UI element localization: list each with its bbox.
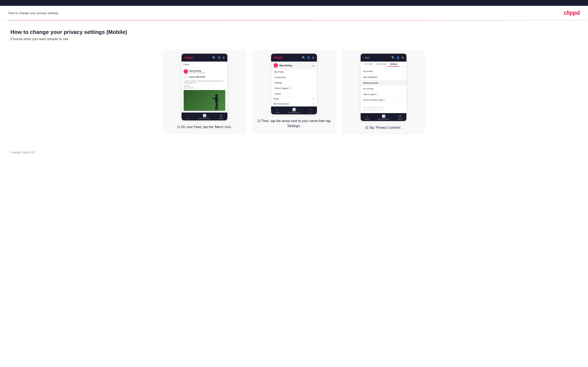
settings-service-privacy[interactable]: Service & Privacy Policy ↗: [361, 97, 406, 103]
menu-item-logout[interactable]: Logout: [271, 91, 317, 96]
golfer-silhouette: [211, 94, 221, 111]
menu-item-settings[interactable]: Settings: [271, 80, 317, 86]
tab-menu[interactable]: ☰ Menu: [219, 114, 223, 120]
header-title: How to change your privacy settings: [8, 11, 59, 15]
tab-close-label: Menu: [309, 112, 313, 114]
version-info: Clippd Client Version: 2022.8.3-3 GQL Se…: [361, 105, 406, 113]
step-3-card: < Back 🔍 👤 ⚙ My Profile Connections Sett…: [342, 50, 425, 134]
tab-performance-3[interactable]: 📊 My Performance: [378, 115, 390, 120]
tab-home-label-3: Home: [365, 118, 369, 120]
settings-icon-3: ⚙: [401, 56, 404, 59]
feed-image: [184, 90, 225, 111]
dropdown-chevron-up: ▲: [312, 64, 314, 67]
menu-item-connections[interactable]: Connections: [271, 75, 317, 80]
privacy-controls-label: Privacy Controls: [363, 82, 378, 84]
copyright: Copyright Clippd 2022: [10, 151, 35, 154]
step1-tab-bar: ⌂ Home 📊 My Performance ☰ Menu: [182, 112, 227, 120]
settings-icon: ⚙: [222, 56, 225, 59]
tab-performance[interactable]: 📊 My Performance: [199, 114, 211, 120]
footer: Copyright Clippd 2022: [0, 147, 588, 158]
tab-close[interactable]: ✕ Menu: [309, 108, 313, 114]
back-button[interactable]: < Back: [363, 57, 370, 59]
page-subheading: Choose what you want people to see: [10, 37, 578, 41]
settings-help-support[interactable]: Help & Support ↗: [361, 92, 406, 97]
step1-logo: clippd: [184, 56, 193, 59]
svg-point-0: [215, 94, 218, 97]
tab-performance-label: My Performance: [199, 118, 211, 120]
svg-rect-4: [217, 103, 218, 107]
step3-caption: 3) Tap 'Privacy Controls'.: [365, 125, 402, 130]
step-1-card: clippd 🔍 👤 ⚙ Feed Blair M: [163, 50, 246, 134]
feed-lesson: Lesson with Fordy: [184, 75, 225, 79]
my-golf-bag-chevron: ›: [403, 88, 404, 90]
tab-performance-label-3: My Performance: [378, 118, 390, 120]
user-icon-3: 👤: [397, 56, 400, 59]
dropdown-menu: Blair McHarg ▲ My Profile Connections Se…: [271, 62, 317, 107]
performance-icon: 📊: [203, 114, 206, 117]
menu-item-help[interactable]: Help & Support ↗: [271, 86, 317, 91]
search-icon-3: 🔍: [391, 56, 395, 59]
section-home[interactable]: Home ▼: [271, 96, 317, 101]
tab-home-2[interactable]: ⌂ Home: [275, 108, 280, 114]
settings-list: My Account › Data Integrations › Privacy…: [361, 67, 406, 105]
step-2-card: clippd 🔍 👤 ⚙ Blair McHarg ▲: [252, 50, 336, 134]
step-1-mockup: clippd 🔍 👤 ⚙ Feed Blair M: [182, 54, 227, 120]
my-account-label: My Account: [363, 70, 373, 72]
main-content: How to change your privacy settings (Mob…: [0, 21, 588, 143]
tab-home-3[interactable]: ⌂ Home: [365, 115, 369, 120]
svg-rect-5: [215, 107, 216, 110]
accent-divider: [8, 20, 580, 21]
step1-caption: 1) On your Feed, tap the 'Menu' icon.: [177, 125, 232, 130]
home-icon-2: ⌂: [277, 108, 278, 111]
svg-rect-6: [217, 107, 218, 110]
home-icon: ⌂: [187, 114, 189, 117]
steps-container: clippd 🔍 👤 ⚙ Feed Blair M: [10, 50, 578, 134]
menu-item-profile[interactable]: My Profile: [271, 69, 317, 75]
settings-privacy-controls[interactable]: Privacy Controls ›: [361, 80, 406, 86]
step2-nav-icons: 🔍 👤 ⚙: [302, 56, 314, 59]
dropdown-header: Blair McHarg ▲: [271, 62, 317, 69]
header: How to change your privacy settings clip…: [0, 6, 588, 20]
settings-data-integrations[interactable]: Data Integrations ›: [361, 74, 406, 80]
tab-menu-3[interactable]: ☰ Menu: [398, 115, 402, 120]
logo: clippd: [564, 9, 580, 16]
my-golf-bag-label: My Golf Bag: [363, 88, 373, 90]
svg-rect-3: [216, 102, 217, 107]
step3-tab-bar: ⌂ Home 📊 My Performance ☰ Menu: [361, 113, 406, 121]
duration-value: 01 hr : 30 min: [184, 87, 194, 89]
tab-performance-2[interactable]: 📊 My Performance: [288, 108, 300, 114]
step3-tab-nav: My Profile Connections Settings: [361, 62, 406, 67]
tab-home[interactable]: ⌂ Home: [186, 114, 190, 120]
settings-my-golf-bag[interactable]: My Golf Bag ›: [361, 86, 406, 92]
dropdown-avatar: [274, 63, 278, 68]
section-perf-chevron: ▼: [312, 103, 314, 105]
tab-connections[interactable]: Connections: [374, 62, 388, 67]
tab-menu-label-3: Menu: [398, 118, 402, 120]
feed-user-sub: Yesterday · Sunningdale: [190, 72, 205, 73]
service-privacy-label: Service & Privacy Policy ↗: [363, 99, 386, 101]
section-home-chevron: ▼: [312, 98, 314, 100]
tab-menu-label: Menu: [219, 118, 223, 120]
settings-icon-2: ⚙: [312, 56, 314, 59]
feed-user-row: Blair McHarg Yesterday · Sunningdale: [184, 69, 225, 74]
step2-tab-bar: ⌂ Home 📊 My Performance ✕ Menu: [271, 107, 317, 114]
step3-nav-icons: 🔍 👤 ⚙: [391, 56, 404, 59]
tab-myprofile[interactable]: My Profile: [363, 62, 374, 67]
section-performance[interactable]: My Performance ▼: [271, 101, 317, 107]
dropdown-user: Blair McHarg: [274, 63, 292, 68]
step2-caption: 2) Then, tap the arrow next to your name…: [257, 118, 331, 128]
my-account-chevron: ›: [403, 70, 404, 72]
tab-performance-label-2: My Performance: [288, 112, 300, 114]
search-icon: 🔍: [212, 56, 216, 59]
feed-post: Blair McHarg Yesterday · Sunningdale Les…: [182, 67, 227, 112]
lesson-icon: [184, 75, 187, 79]
performance-icon-2: 📊: [292, 108, 296, 111]
search-icon-2: 🔍: [302, 56, 305, 59]
dropdown-username: Blair McHarg: [279, 65, 292, 67]
tab-settings[interactable]: Settings: [388, 62, 399, 67]
step1-nav-icons: 🔍 👤 ⚙: [212, 56, 225, 59]
home-icon-3: ⌂: [366, 115, 368, 118]
user-icon: 👤: [217, 56, 221, 59]
settings-my-account[interactable]: My Account ›: [361, 68, 406, 74]
version-line1: Clippd Client Version: 2022.8.3-3: [363, 107, 404, 109]
